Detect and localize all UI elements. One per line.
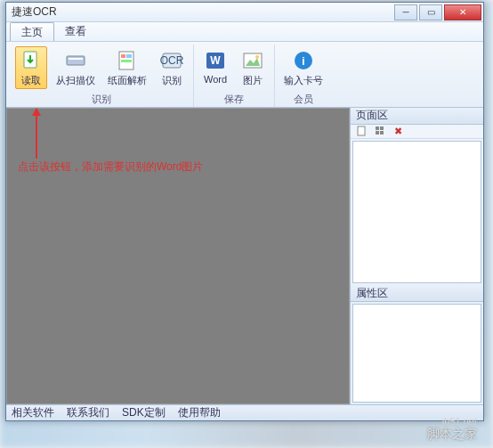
scanner-button[interactable]: 从扫描仪 [53, 46, 99, 89]
cardno-button[interactable]: i 输入卡号 [280, 46, 327, 89]
side-panels: 页面区 ✖ 属性区 [350, 108, 483, 404]
close-button[interactable]: ✕ [444, 4, 481, 20]
pages-panel-header: 页面区 [351, 108, 483, 125]
watermark-url: jb51.net [442, 416, 477, 427]
file-arrow-icon [19, 48, 44, 73]
image-label: 图片 [243, 74, 263, 87]
parse-button[interactable]: 纸面解析 [104, 46, 150, 89]
props-panel-body [352, 304, 481, 403]
picture-icon [240, 48, 265, 73]
menubar: 主页 查看 [6, 22, 483, 42]
parse-label: 纸面解析 [108, 74, 147, 87]
maximize-button[interactable]: ▭ [419, 4, 442, 20]
scanner-label: 从扫描仪 [56, 74, 95, 87]
content-area: 点击该按钮，添加需要识别的Word图片 页面区 ✖ 属性区 [6, 108, 483, 404]
canvas-area: 点击该按钮，添加需要识别的Word图片 [6, 108, 350, 404]
props-panel-header: 属性区 [351, 285, 483, 302]
annotation-text: 点击该按钮，添加需要识别的Word图片 [18, 159, 203, 175]
ribbon-group-recognize: 读取 从扫描仪 纸面解析 OCR 识别 识别 [10, 45, 194, 107]
ribbon-group-member: i 输入卡号 会员 [275, 45, 332, 107]
status-sdk[interactable]: SDK定制 [122, 405, 166, 420]
minimize-button[interactable]: ─ [394, 4, 417, 20]
svg-text:i: i [302, 55, 304, 68]
word-label: Word [204, 74, 227, 85]
read-label: 读取 [21, 74, 41, 87]
svg-rect-5 [126, 54, 132, 58]
menu-home[interactable]: 主页 [10, 22, 54, 41]
page-parse-icon [115, 48, 140, 73]
status-related[interactable]: 相关软件 [12, 405, 54, 420]
titlebar: 捷速OCR ─ ▭ ✕ [6, 3, 483, 22]
tile-icon[interactable] [374, 125, 386, 137]
word-icon: W [203, 48, 228, 73]
status-help[interactable]: 使用帮助 [178, 405, 221, 420]
svg-rect-2 [69, 58, 83, 60]
group-label-recognize: 识别 [92, 92, 111, 107]
status-contact[interactable]: 联系我们 [67, 405, 109, 420]
window-title: 捷速OCR [12, 4, 392, 20]
page-icon[interactable] [356, 125, 368, 137]
svg-text:OCR: OCR [160, 54, 183, 67]
info-icon: i [291, 48, 316, 73]
group-label-save: 保存 [224, 92, 244, 107]
svg-rect-19 [376, 131, 379, 134]
statusbar: 相关软件 联系我们 SDK定制 使用帮助 [6, 404, 483, 420]
svg-text:W: W [210, 54, 221, 67]
svg-rect-20 [380, 131, 384, 134]
cardno-label: 输入卡号 [284, 74, 323, 87]
menu-view[interactable]: 查看 [54, 22, 97, 41]
ocr-icon: OCR [159, 48, 184, 73]
watermark-site: 脚本之家 [427, 427, 477, 443]
ribbon-group-save: W Word 图片 保存 [194, 45, 275, 107]
word-button[interactable]: W Word [199, 46, 231, 86]
ocr-button[interactable]: OCR 识别 [156, 46, 188, 89]
group-label-member: 会员 [294, 92, 313, 107]
svg-rect-1 [67, 56, 85, 65]
svg-rect-4 [121, 54, 125, 58]
image-button[interactable]: 图片 [237, 46, 269, 89]
ocr-label: 识别 [162, 74, 182, 87]
scanner-icon [63, 48, 88, 73]
svg-point-13 [255, 55, 259, 59]
svg-rect-16 [358, 126, 365, 135]
svg-rect-18 [380, 126, 384, 130]
read-button[interactable]: 读取 [15, 46, 47, 89]
app-window: 捷速OCR ─ ▭ ✕ 主页 查看 读取 从扫描仪 纸面解析 [5, 2, 484, 421]
svg-rect-6 [121, 60, 132, 62]
arrow-icon [36, 109, 37, 159]
ribbon: 读取 从扫描仪 纸面解析 OCR 识别 识别 W [6, 42, 483, 108]
pages-panel-tools: ✖ [351, 125, 483, 140]
svg-rect-17 [376, 126, 379, 130]
delete-icon[interactable]: ✖ [392, 125, 404, 137]
pages-panel-body [352, 141, 481, 283]
